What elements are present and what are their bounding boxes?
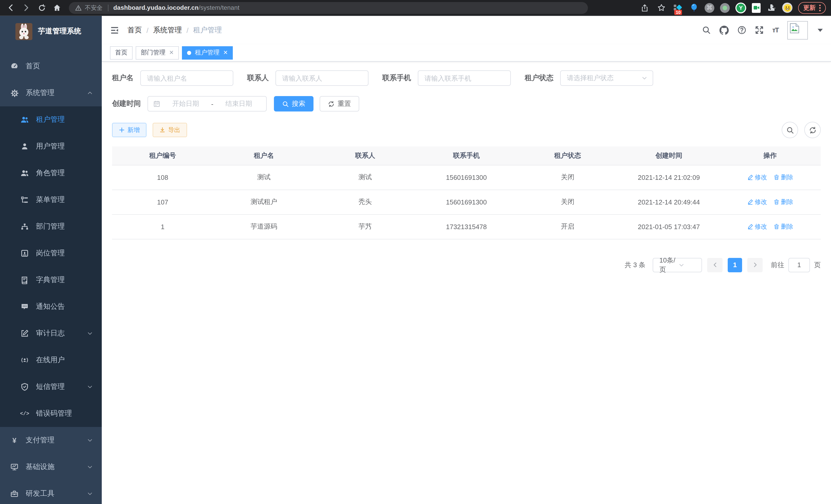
header-search-icon[interactable] (702, 26, 711, 34)
extension-command-icon[interactable]: ⌘ (705, 3, 714, 12)
status-value: 关闭 (517, 165, 618, 189)
pagination: 共 3 条 10条/页 1 前往 页 (112, 258, 821, 272)
sidebar-item-audit-log[interactable]: 审计日志 (0, 320, 102, 347)
system-submenu: 租户管理 用户管理 角色管理 菜单管理 (0, 106, 102, 427)
mobile-input[interactable] (418, 70, 511, 86)
fullscreen-icon[interactable] (755, 26, 764, 34)
app-logo (16, 23, 32, 40)
sidebar-item-role[interactable]: 角色管理 (0, 160, 102, 186)
sidebar-item-system[interactable]: 系统管理 (0, 80, 102, 106)
extension-balloon-icon[interactable] (689, 3, 699, 13)
edit-link[interactable]: 修改 (747, 198, 767, 206)
extensions-puzzle-icon[interactable] (766, 3, 776, 13)
sidebar-item-menu[interactable]: 菜单管理 (0, 186, 102, 213)
reset-button[interactable]: 重置 (320, 96, 359, 112)
app-logo-row[interactable]: 芋道管理系统 (0, 16, 102, 47)
col-created: 创建时间 (618, 146, 719, 165)
close-icon[interactable]: ✕ (169, 50, 174, 56)
sidebar-item-online-users[interactable]: 在线用户 (0, 347, 102, 374)
goto-page-input[interactable] (789, 258, 810, 272)
sidebar-collapse-icon[interactable] (110, 25, 119, 35)
page-number-1[interactable]: 1 (728, 258, 742, 272)
delete-link[interactable]: 删除 (773, 222, 793, 231)
share-button[interactable] (639, 2, 650, 13)
tab-home[interactable]: 首页 (110, 46, 133, 59)
extension-y-icon[interactable]: Y (736, 2, 746, 13)
sidebar-item-sms[interactable]: 短信管理 (0, 374, 102, 400)
browser-profile-avatar[interactable] (782, 3, 793, 13)
app-title: 芋道管理系统 (38, 27, 81, 36)
search-button[interactable]: 搜索 (274, 96, 314, 112)
refresh-table-button[interactable] (804, 122, 821, 138)
sidebar-item-infrastructure[interactable]: 基础设施 (0, 454, 102, 480)
chevron-up-icon (87, 90, 93, 96)
page-size-select[interactable]: 10条/页 (653, 258, 702, 272)
broadcast-icon (21, 356, 29, 364)
help-icon[interactable] (737, 26, 746, 34)
status-value: 关闭 (517, 189, 618, 214)
sidebar-item-home[interactable]: 首页 (0, 53, 102, 80)
sidebar-item-dev-tools[interactable]: 研发工具 (0, 480, 102, 504)
tab-tenant[interactable]: 租户管理 ✕ (182, 46, 233, 59)
sidebar-item-error-code[interactable]: </> 错误码管理 (0, 400, 102, 427)
book-icon (21, 276, 29, 284)
status-select[interactable]: 请选择租户状态 (560, 70, 653, 86)
user-avatar[interactable] (787, 21, 808, 39)
prev-page-button[interactable] (707, 258, 722, 272)
next-page-button[interactable] (747, 258, 763, 272)
edit-link[interactable]: 修改 (747, 222, 767, 231)
breadcrumb-home[interactable]: 首页 (127, 25, 142, 35)
date-separator: - (211, 100, 213, 108)
sidebar-item-dept[interactable]: 部门管理 (0, 213, 102, 240)
sidebar-item-tenant[interactable]: 租户管理 (0, 106, 102, 133)
browser-toolbar: 不安全 dashboard.yudao.iocoder.cn/system/te… (0, 0, 831, 16)
sidebar-item-notice[interactable]: 通知公告 (0, 293, 102, 320)
active-tab-dot (187, 51, 191, 55)
browser-update-button[interactable]: 更新 (798, 2, 826, 13)
font-size-icon[interactable]: тT (772, 26, 779, 34)
show-search-toggle-button[interactable] (782, 122, 798, 138)
browser-forward-button[interactable] (21, 2, 32, 13)
message-icon (21, 303, 29, 311)
sidebar-item-user[interactable]: 用户管理 (0, 133, 102, 160)
chevron-down-icon (87, 464, 93, 470)
github-icon[interactable] (719, 25, 728, 35)
browser-back-button[interactable] (5, 2, 17, 13)
extension-record-icon[interactable] (720, 3, 730, 12)
browser-reload-button[interactable] (36, 2, 47, 13)
browser-home-button[interactable] (51, 2, 63, 13)
sidebar-item-dict[interactable]: 字典管理 (0, 267, 102, 293)
close-icon[interactable]: ✕ (223, 50, 228, 56)
navbar: 首页 / 系统管理 / 租户管理 тT (102, 16, 831, 44)
tenant-name-input[interactable] (140, 70, 233, 86)
tab-dept[interactable]: 部门管理 ✕ (136, 46, 179, 59)
tree-icon (21, 196, 29, 204)
dashboard-icon (10, 62, 19, 70)
table-row: 108 测试 测试 15601691300 关闭 2021-12-14 21:0… (112, 165, 821, 189)
sidebar-item-post[interactable]: 岗位管理 (0, 240, 102, 267)
edit-link[interactable]: 修改 (747, 173, 767, 182)
update-label: 更新 (803, 3, 815, 12)
delete-link[interactable]: 删除 (773, 198, 793, 206)
bookmark-star-button[interactable] (656, 2, 667, 13)
export-button[interactable]: 导出 (153, 123, 187, 137)
toolbox-icon (10, 490, 19, 498)
extension-diamond-icon[interactable]: 10 (673, 3, 683, 13)
add-button[interactable]: 新增 (112, 123, 146, 137)
screenshot-viewport: 不安全 dashboard.yudao.iocoder.cn/system/te… (0, 0, 831, 504)
goto-label: 前往 (771, 260, 784, 269)
sidebar: 芋道管理系统 首页 系统管理 租户管理 (0, 16, 102, 504)
address-bar[interactable]: 不安全 dashboard.yudao.iocoder.cn/system/te… (69, 2, 588, 13)
create-time-range-picker[interactable]: 开始日期 - 结束日期 (147, 96, 267, 112)
breadcrumb-system[interactable]: 系统管理 (153, 25, 182, 35)
contact-input[interactable] (276, 70, 369, 86)
pagination-total: 共 3 条 (625, 260, 646, 269)
users-icon (21, 116, 29, 124)
sidebar-item-payment[interactable]: ¥ 支付管理 (0, 427, 102, 454)
extension-capture-icon[interactable] (752, 3, 761, 12)
security-label[interactable]: 不安全 (85, 4, 103, 11)
delete-link[interactable]: 删除 (773, 173, 793, 182)
table-header-row: 租户编号 租户名 联系人 联系手机 租户状态 创建时间 操作 (112, 146, 821, 165)
avatar-dropdown-caret-icon[interactable] (818, 29, 823, 32)
browser-menu-icon[interactable] (819, 4, 821, 11)
